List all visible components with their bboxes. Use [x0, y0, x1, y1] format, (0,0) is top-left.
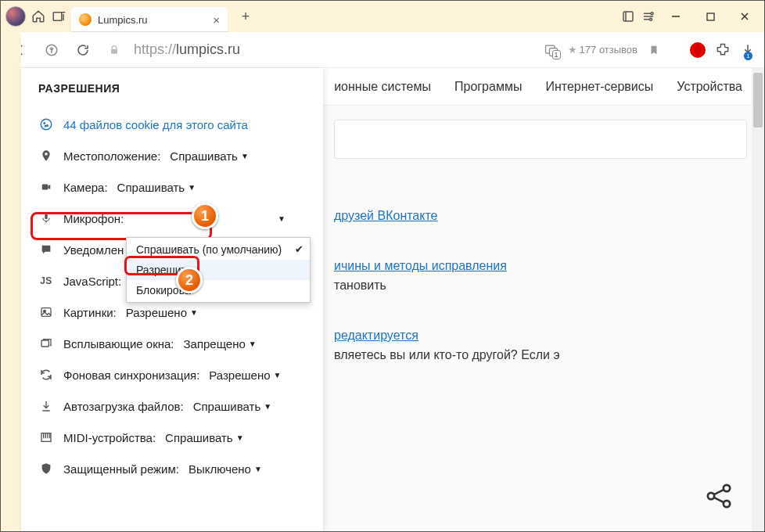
article-link[interactable]: друзей ВКонтакте: [334, 209, 438, 222]
perm-camera[interactable]: Камера: Спрашивать▼: [38, 171, 309, 203]
url-display[interactable]: https://lumpics.ru: [134, 41, 535, 58]
url-scheme: https://: [134, 41, 176, 57]
translate-icon[interactable]: 1: [543, 41, 560, 59]
caret-down-icon: ▼: [274, 371, 282, 379]
share-icon[interactable]: [703, 480, 734, 514]
extension-puzzle-icon[interactable]: [714, 41, 731, 59]
adblock-icon[interactable]: [689, 41, 706, 59]
site-info-button[interactable]: [102, 38, 126, 62]
favorites-icon[interactable]: [620, 9, 636, 24]
svg-rect-6: [111, 49, 117, 53]
annotation-badge-1: 1: [192, 203, 218, 229]
image-icon: [38, 306, 54, 318]
permissions-title: РАЗРЕШЕНИЯ: [38, 82, 309, 95]
perm-protected[interactable]: Защищенный режим: Выключено▼: [38, 453, 309, 484]
home-icon[interactable]: [31, 9, 46, 24]
scrollbar-thumb[interactable]: [753, 73, 763, 128]
popup-icon: [38, 337, 54, 350]
microphone-dropdown: Спрашивать (по умолчанию)✔ Разрешить Бло…: [126, 237, 311, 303]
window-maximize-button[interactable]: [695, 5, 725, 28]
tab-title: Lumpics.ru: [98, 14, 207, 26]
location-icon: [38, 149, 54, 162]
nav-item[interactable]: Программы: [454, 80, 522, 94]
sidebar-gutter: [1, 32, 21, 531]
nav-item[interactable]: Интернет-сервисы: [545, 80, 653, 94]
article-link[interactable]: ичины и методы исправления: [334, 259, 507, 272]
cookies-link[interactable]: 44 файлов cookie для этого сайта: [63, 118, 248, 131]
vertical-scrollbar[interactable]: [752, 68, 764, 531]
caret-down-icon: ▼: [190, 308, 198, 317]
chat-icon: [38, 243, 54, 256]
svg-rect-1: [623, 12, 633, 21]
svg-point-3: [650, 18, 652, 20]
shield-icon: [38, 462, 54, 476]
dropdown-option-block[interactable]: Блокирова: [127, 280, 310, 300]
tab-favicon-icon: [79, 13, 92, 26]
js-icon: JS: [38, 275, 54, 286]
svg-point-2: [651, 13, 653, 15]
svg-rect-16: [42, 185, 48, 190]
settings-lines-icon[interactable]: [641, 9, 656, 24]
perm-popups[interactable]: Всплывающие окна: Запрещено▼: [38, 328, 309, 359]
svg-rect-20: [41, 340, 48, 347]
svg-point-13: [44, 123, 45, 124]
microphone-icon: [38, 211, 54, 225]
svg-point-12: [41, 119, 52, 130]
perm-bgsync[interactable]: Фоновая синхронизация: Разрешено▼: [38, 359, 309, 390]
site-search-box[interactable]: [334, 120, 747, 159]
midi-icon: [38, 431, 54, 444]
perm-location[interactable]: Местоположение: Спрашивать▼: [38, 140, 309, 171]
sync-icon: [38, 368, 54, 382]
cookies-row[interactable]: 44 файлов cookie для этого сайта: [38, 109, 309, 140]
address-bar: https://lumpics.ru 1 ★177 отзывов 1: [1, 32, 764, 68]
window-minimize-button[interactable]: [661, 5, 691, 28]
caret-down-icon: ▼: [254, 465, 262, 473]
nav-item[interactable]: ионные системы: [334, 80, 431, 94]
caret-down-icon: ▼: [249, 340, 257, 348]
dropdown-option-ask[interactable]: Спрашивать (по умолчанию)✔: [127, 239, 310, 260]
url-host: lumpics.ru: [176, 41, 240, 57]
profile-avatar[interactable]: [5, 6, 26, 27]
cookie-icon: [38, 117, 54, 131]
nav-item[interactable]: Устройства: [677, 80, 742, 94]
new-tab-button[interactable]: +: [235, 6, 256, 27]
svg-rect-4: [707, 13, 714, 20]
annotation-badge-2: 2: [176, 267, 203, 293]
svg-rect-0: [53, 13, 62, 21]
downloads-icon[interactable]: 1: [739, 41, 756, 59]
check-icon: ✔: [295, 243, 303, 255]
download-icon: [38, 399, 54, 413]
article-body: друзей ВКонтакте ичины и методы исправле…: [334, 206, 747, 365]
caret-down-icon: ▼: [278, 214, 286, 223]
caret-down-icon: ▼: [236, 433, 244, 442]
caret-down-icon: ▼: [188, 183, 196, 192]
article-text: тановить: [334, 279, 386, 292]
active-tab[interactable]: Lumpics.ru ×: [71, 7, 228, 32]
perm-microphone[interactable]: Микрофон: ▼: [38, 203, 309, 234]
perm-midi[interactable]: MIDI-устройства: Спрашивать▼: [38, 422, 309, 453]
window-close-button[interactable]: [730, 5, 760, 28]
collections-icon[interactable]: [51, 9, 66, 24]
bookmark-icon[interactable]: [645, 41, 663, 59]
caret-down-icon: ▼: [241, 152, 249, 160]
caret-down-icon: ▼: [264, 402, 271, 411]
camera-icon: [38, 182, 54, 192]
svg-rect-18: [41, 308, 51, 317]
tab-strip: Lumpics.ru × +: [1, 1, 764, 32]
svg-rect-17: [45, 214, 48, 219]
tab-close-icon[interactable]: ×: [213, 13, 220, 27]
dropdown-option-allow[interactable]: Разрешить: [127, 260, 310, 280]
reviews-indicator[interactable]: ★177 отзывов: [568, 44, 638, 56]
article-text: вляетесь вы или кто-то другой? Если э: [334, 348, 560, 361]
perm-autodownload[interactable]: Автозагрузка файлов: Спрашивать▼: [38, 390, 309, 422]
svg-point-14: [47, 125, 48, 127]
svg-point-15: [45, 126, 47, 128]
article-link[interactable]: редактируется: [334, 329, 418, 342]
reload-button[interactable]: [71, 38, 95, 62]
yandex-icon[interactable]: [40, 38, 63, 62]
